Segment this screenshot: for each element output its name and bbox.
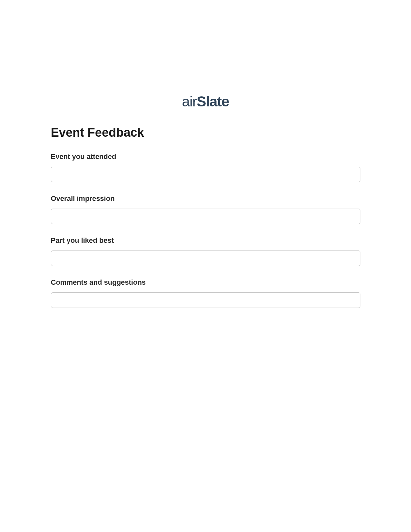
- form-title: Event Feedback: [51, 126, 360, 140]
- logo-text: airSlate: [182, 94, 229, 109]
- label-comments: Comments and suggestions: [51, 278, 360, 287]
- input-comments[interactable]: [51, 292, 360, 308]
- logo-suffix: Slate: [197, 94, 229, 109]
- label-event-attended: Event you attended: [51, 153, 360, 161]
- field-group-liked-best: Part you liked best: [51, 236, 360, 266]
- input-overall-impression[interactable]: [51, 209, 360, 224]
- input-event-attended[interactable]: [51, 167, 360, 182]
- field-group-impression: Overall impression: [51, 194, 360, 224]
- field-group-comments: Comments and suggestions: [51, 278, 360, 308]
- logo-prefix: air: [182, 94, 197, 109]
- label-liked-best: Part you liked best: [51, 236, 360, 245]
- input-liked-best[interactable]: [51, 251, 360, 266]
- logo: airSlate: [51, 94, 360, 110]
- field-group-event: Event you attended: [51, 153, 360, 182]
- form-container: airSlate Event Feedback Event you attend…: [51, 94, 360, 308]
- label-overall-impression: Overall impression: [51, 194, 360, 203]
